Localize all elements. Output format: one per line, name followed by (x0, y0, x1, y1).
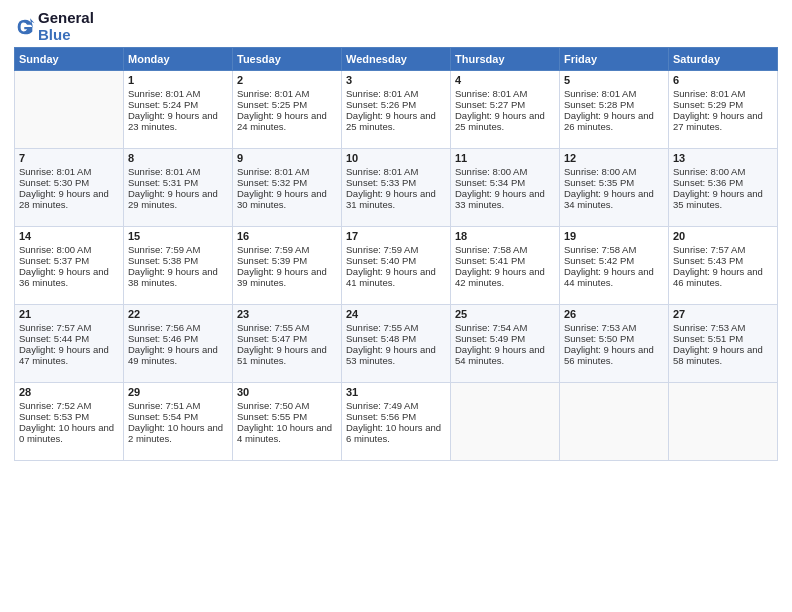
sunrise-text: Sunrise: 7:58 AM (564, 244, 664, 255)
sunrise-text: Sunrise: 7:54 AM (455, 322, 555, 333)
sunset-text: Sunset: 5:40 PM (346, 255, 446, 266)
day-number: 29 (128, 386, 228, 398)
daylight-text: Daylight: 9 hours and 51 minutes. (237, 344, 337, 366)
logo-text-line2: Blue (38, 27, 94, 44)
header-cell-sunday: Sunday (15, 48, 124, 71)
sunset-text: Sunset: 5:50 PM (564, 333, 664, 344)
sunrise-text: Sunrise: 7:57 AM (673, 244, 773, 255)
day-number: 22 (128, 308, 228, 320)
sunset-text: Sunset: 5:33 PM (346, 177, 446, 188)
sunset-text: Sunset: 5:36 PM (673, 177, 773, 188)
sunset-text: Sunset: 5:46 PM (128, 333, 228, 344)
day-number: 21 (19, 308, 119, 320)
week-row-2: 14Sunrise: 8:00 AMSunset: 5:37 PMDayligh… (15, 227, 778, 305)
day-number: 30 (237, 386, 337, 398)
daylight-text: Daylight: 9 hours and 23 minutes. (128, 110, 228, 132)
sunrise-text: Sunrise: 7:51 AM (128, 400, 228, 411)
sunset-text: Sunset: 5:39 PM (237, 255, 337, 266)
day-cell: 26Sunrise: 7:53 AMSunset: 5:50 PMDayligh… (560, 305, 669, 383)
sunrise-text: Sunrise: 8:00 AM (673, 166, 773, 177)
day-number: 25 (455, 308, 555, 320)
day-number: 14 (19, 230, 119, 242)
day-cell: 20Sunrise: 7:57 AMSunset: 5:43 PMDayligh… (669, 227, 778, 305)
daylight-text: Daylight: 10 hours and 4 minutes. (237, 422, 337, 444)
header-cell-wednesday: Wednesday (342, 48, 451, 71)
sunset-text: Sunset: 5:54 PM (128, 411, 228, 422)
logo: General Blue (14, 10, 94, 43)
sunset-text: Sunset: 5:25 PM (237, 99, 337, 110)
day-cell: 1Sunrise: 8:01 AMSunset: 5:24 PMDaylight… (124, 71, 233, 149)
day-cell: 18Sunrise: 7:58 AMSunset: 5:41 PMDayligh… (451, 227, 560, 305)
sunset-text: Sunset: 5:32 PM (237, 177, 337, 188)
day-cell: 5Sunrise: 8:01 AMSunset: 5:28 PMDaylight… (560, 71, 669, 149)
sunrise-text: Sunrise: 8:01 AM (237, 166, 337, 177)
day-cell: 25Sunrise: 7:54 AMSunset: 5:49 PMDayligh… (451, 305, 560, 383)
sunrise-text: Sunrise: 7:52 AM (19, 400, 119, 411)
day-cell: 27Sunrise: 7:53 AMSunset: 5:51 PMDayligh… (669, 305, 778, 383)
sunrise-text: Sunrise: 8:01 AM (237, 88, 337, 99)
day-cell: 29Sunrise: 7:51 AMSunset: 5:54 PMDayligh… (124, 383, 233, 461)
sunset-text: Sunset: 5:48 PM (346, 333, 446, 344)
daylight-text: Daylight: 9 hours and 27 minutes. (673, 110, 773, 132)
day-number: 27 (673, 308, 773, 320)
header-cell-monday: Monday (124, 48, 233, 71)
day-cell: 13Sunrise: 8:00 AMSunset: 5:36 PMDayligh… (669, 149, 778, 227)
day-number: 12 (564, 152, 664, 164)
day-cell: 7Sunrise: 8:01 AMSunset: 5:30 PMDaylight… (15, 149, 124, 227)
day-cell (15, 71, 124, 149)
sunrise-text: Sunrise: 8:01 AM (346, 88, 446, 99)
header: General Blue (14, 10, 778, 43)
sunrise-text: Sunrise: 7:56 AM (128, 322, 228, 333)
sunset-text: Sunset: 5:29 PM (673, 99, 773, 110)
sunrise-text: Sunrise: 8:01 AM (564, 88, 664, 99)
day-cell: 2Sunrise: 8:01 AMSunset: 5:25 PMDaylight… (233, 71, 342, 149)
day-number: 6 (673, 74, 773, 86)
sunrise-text: Sunrise: 7:59 AM (128, 244, 228, 255)
sunset-text: Sunset: 5:42 PM (564, 255, 664, 266)
daylight-text: Daylight: 9 hours and 46 minutes. (673, 266, 773, 288)
day-cell: 12Sunrise: 8:00 AMSunset: 5:35 PMDayligh… (560, 149, 669, 227)
sunset-text: Sunset: 5:55 PM (237, 411, 337, 422)
day-cell: 17Sunrise: 7:59 AMSunset: 5:40 PMDayligh… (342, 227, 451, 305)
daylight-text: Daylight: 9 hours and 33 minutes. (455, 188, 555, 210)
daylight-text: Daylight: 9 hours and 28 minutes. (19, 188, 119, 210)
daylight-text: Daylight: 9 hours and 54 minutes. (455, 344, 555, 366)
day-number: 17 (346, 230, 446, 242)
daylight-text: Daylight: 9 hours and 31 minutes. (346, 188, 446, 210)
week-row-4: 28Sunrise: 7:52 AMSunset: 5:53 PMDayligh… (15, 383, 778, 461)
day-number: 18 (455, 230, 555, 242)
day-cell: 4Sunrise: 8:01 AMSunset: 5:27 PMDaylight… (451, 71, 560, 149)
sunset-text: Sunset: 5:47 PM (237, 333, 337, 344)
calendar-body: 1Sunrise: 8:01 AMSunset: 5:24 PMDaylight… (15, 71, 778, 461)
page-container: General Blue SundayMondayTuesdayWednesda… (0, 0, 792, 471)
sunrise-text: Sunrise: 8:01 AM (128, 166, 228, 177)
day-cell: 6Sunrise: 8:01 AMSunset: 5:29 PMDaylight… (669, 71, 778, 149)
sunrise-text: Sunrise: 8:01 AM (673, 88, 773, 99)
sunset-text: Sunset: 5:27 PM (455, 99, 555, 110)
daylight-text: Daylight: 9 hours and 53 minutes. (346, 344, 446, 366)
daylight-text: Daylight: 10 hours and 0 minutes. (19, 422, 119, 444)
day-number: 24 (346, 308, 446, 320)
sunrise-text: Sunrise: 7:59 AM (237, 244, 337, 255)
day-cell: 8Sunrise: 8:01 AMSunset: 5:31 PMDaylight… (124, 149, 233, 227)
sunset-text: Sunset: 5:34 PM (455, 177, 555, 188)
day-cell: 22Sunrise: 7:56 AMSunset: 5:46 PMDayligh… (124, 305, 233, 383)
sunrise-text: Sunrise: 7:57 AM (19, 322, 119, 333)
logo-icon (14, 16, 36, 38)
day-cell: 16Sunrise: 7:59 AMSunset: 5:39 PMDayligh… (233, 227, 342, 305)
day-cell: 24Sunrise: 7:55 AMSunset: 5:48 PMDayligh… (342, 305, 451, 383)
daylight-text: Daylight: 9 hours and 38 minutes. (128, 266, 228, 288)
sunset-text: Sunset: 5:44 PM (19, 333, 119, 344)
calendar-header: SundayMondayTuesdayWednesdayThursdayFrid… (15, 48, 778, 71)
header-cell-tuesday: Tuesday (233, 48, 342, 71)
day-cell: 21Sunrise: 7:57 AMSunset: 5:44 PMDayligh… (15, 305, 124, 383)
day-cell (669, 383, 778, 461)
day-number: 23 (237, 308, 337, 320)
day-cell: 10Sunrise: 8:01 AMSunset: 5:33 PMDayligh… (342, 149, 451, 227)
sunset-text: Sunset: 5:56 PM (346, 411, 446, 422)
daylight-text: Daylight: 9 hours and 41 minutes. (346, 266, 446, 288)
sunrise-text: Sunrise: 7:55 AM (237, 322, 337, 333)
day-number: 5 (564, 74, 664, 86)
daylight-text: Daylight: 10 hours and 6 minutes. (346, 422, 446, 444)
day-cell (451, 383, 560, 461)
